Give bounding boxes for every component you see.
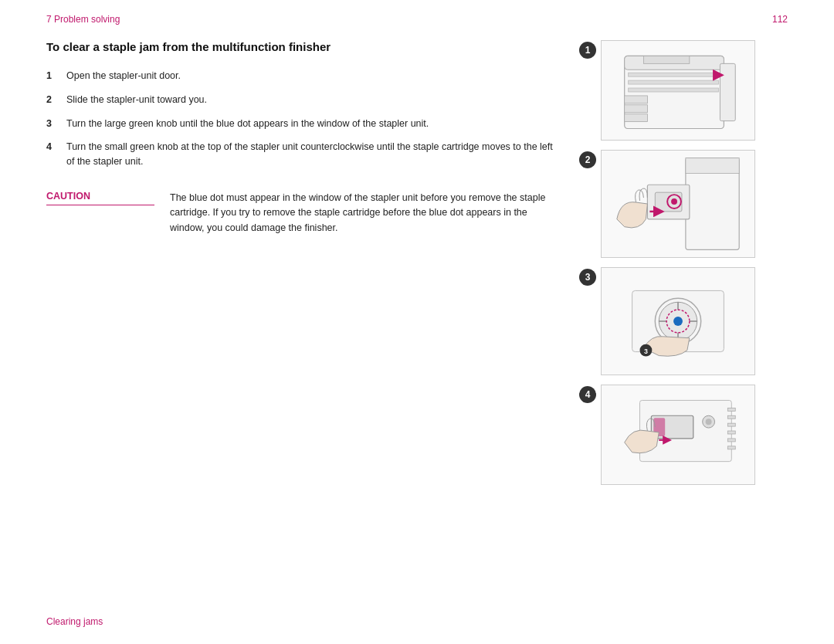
svg-point-15 xyxy=(671,198,677,205)
page-header: 7 Problem solving 112 xyxy=(0,0,834,32)
svg-rect-36 xyxy=(727,439,735,442)
svg-rect-32 xyxy=(727,408,735,411)
step-num-2: 2 xyxy=(46,93,57,107)
svg-rect-37 xyxy=(727,446,735,449)
svg-rect-4 xyxy=(629,88,719,92)
page-content: To clear a staple jam from the multifunc… xyxy=(0,32,834,500)
diagram-badge-2: 2 xyxy=(579,151,596,168)
section-title: To clear a staple jam from the multifunc… xyxy=(46,40,556,53)
images-column: 1 xyxy=(579,40,788,485)
svg-rect-5 xyxy=(625,96,648,103)
svg-rect-7 xyxy=(625,114,648,122)
diagram-badge-1: 1 xyxy=(579,42,596,59)
diagram-badge-3: 3 xyxy=(579,269,596,286)
svg-rect-8 xyxy=(720,63,735,120)
svg-rect-2 xyxy=(629,73,719,76)
caution-text: The blue dot must appear in the window o… xyxy=(170,191,556,236)
step-text-4: Turn the small green knob at the top of … xyxy=(66,140,556,169)
svg-text:3: 3 xyxy=(644,347,648,355)
svg-point-23 xyxy=(673,317,683,326)
page-footer: Clearing jams xyxy=(46,616,103,627)
step-item-3: 3 Turn the large green knob until the bl… xyxy=(46,117,556,131)
diagram-badge-4: 4 xyxy=(579,386,596,403)
step-text-3: Turn the large green knob until the blue… xyxy=(66,117,429,131)
diagram-item-3: 3 xyxy=(579,267,755,375)
svg-rect-3 xyxy=(629,80,719,84)
step-num-3: 3 xyxy=(46,117,57,131)
diagram-img-2 xyxy=(601,150,755,258)
caution-block: CAUTION The blue dot must appear in the … xyxy=(46,191,556,236)
text-column: To clear a staple jam from the multifunc… xyxy=(46,40,579,485)
step-item-4: 4 Turn the small green knob at the top o… xyxy=(46,140,556,169)
diagram-item-2: 2 xyxy=(579,150,755,258)
footer-text: Clearing jams xyxy=(46,616,103,627)
svg-point-31 xyxy=(706,419,712,425)
svg-rect-34 xyxy=(727,423,735,426)
step-item-2: 2 Slide the stapler-unit toward you. xyxy=(46,93,556,107)
header-left: 7 Problem solving xyxy=(46,14,120,25)
header-right: 112 xyxy=(772,14,788,25)
caution-label: CAUTION xyxy=(46,191,170,202)
svg-rect-11 xyxy=(686,158,739,174)
step-item-1: 1 Open the stapler-unit door. xyxy=(46,69,556,83)
steps-list: 1 Open the stapler-unit door. 2 Slide th… xyxy=(46,69,556,169)
svg-rect-35 xyxy=(727,431,735,434)
diagram-item-1: 1 xyxy=(579,40,755,141)
step-text-2: Slide the stapler-unit toward you. xyxy=(66,93,207,107)
svg-rect-9 xyxy=(643,56,689,63)
diagram-img-1 xyxy=(601,40,755,141)
diagram-img-4 xyxy=(601,385,755,485)
step-num-4: 4 xyxy=(46,140,57,169)
caution-line xyxy=(46,205,154,205)
caution-label-col: CAUTION xyxy=(46,191,170,236)
svg-rect-6 xyxy=(625,105,648,113)
step-text-1: Open the stapler-unit door. xyxy=(66,69,181,83)
svg-rect-33 xyxy=(727,415,735,419)
diagram-img-3: 3 xyxy=(601,267,755,375)
diagram-item-4: 4 xyxy=(579,385,755,485)
step-num-1: 1 xyxy=(46,69,57,83)
